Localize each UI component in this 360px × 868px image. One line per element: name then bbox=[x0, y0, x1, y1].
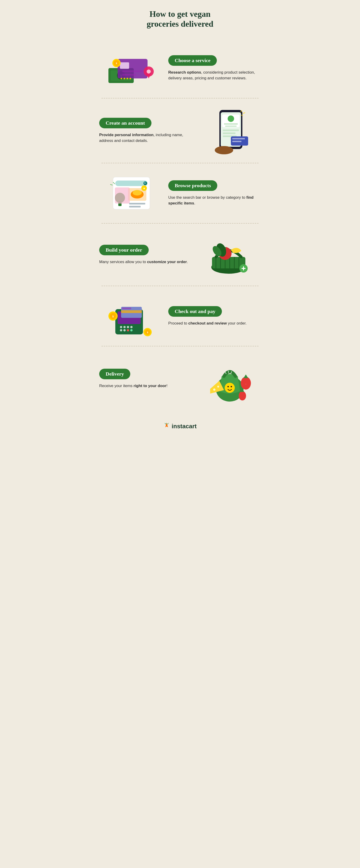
divider-3 bbox=[101, 223, 259, 223]
step-content-build-order: Build your order Many services allow you… bbox=[99, 245, 192, 265]
step-label-browse-products: Browse products bbox=[168, 180, 217, 191]
step-delivery: Delivery Receive your items right to you… bbox=[97, 349, 263, 408]
svg-point-67 bbox=[120, 326, 122, 328]
svg-rect-20 bbox=[225, 126, 237, 127]
svg-rect-6 bbox=[122, 70, 143, 72]
svg-point-24 bbox=[215, 146, 233, 154]
step-desc-choose-service: Research options, considering product se… bbox=[168, 69, 261, 81]
svg-point-37 bbox=[132, 190, 142, 195]
divider-2 bbox=[101, 163, 259, 163]
svg-rect-21 bbox=[223, 129, 239, 131]
svg-text:$: $ bbox=[112, 315, 114, 318]
step-checkout: $ $ Check out and pay Proceed to checkou… bbox=[97, 288, 263, 344]
svg-rect-43 bbox=[129, 203, 145, 205]
svg-text:★★★★: ★★★★ bbox=[120, 77, 132, 80]
svg-marker-99 bbox=[167, 423, 169, 425]
svg-rect-66 bbox=[122, 308, 131, 309]
svg-point-73 bbox=[130, 326, 132, 328]
svg-marker-90 bbox=[243, 374, 248, 378]
step-choose-service: $ ★★★★ $ Choose a service Res bbox=[97, 40, 263, 96]
page-title: How to get vegan groceries delivered bbox=[97, 9, 263, 29]
svg-line-46 bbox=[110, 184, 113, 185]
svg-point-18 bbox=[228, 116, 234, 122]
step-content-delivery: Delivery Receive your items right to you… bbox=[99, 369, 192, 389]
step-desc-checkout: Proceed to checkout and review your orde… bbox=[168, 320, 261, 327]
svg-point-72 bbox=[127, 329, 129, 332]
step-label-checkout: Check out and pay bbox=[168, 306, 222, 317]
footer: instacart bbox=[97, 418, 263, 430]
step-label-build-order: Build your order bbox=[99, 245, 149, 255]
step-desc-browse-products: Use the search bar or browse by category… bbox=[168, 194, 261, 206]
svg-point-11 bbox=[147, 69, 151, 73]
step-desc-create-account: Provide personal information, including … bbox=[99, 132, 192, 144]
step-build-order: Build your order Many services allow you… bbox=[97, 226, 263, 283]
svg-rect-19 bbox=[224, 123, 238, 125]
illustration-build-order bbox=[196, 230, 261, 279]
svg-point-74 bbox=[130, 329, 132, 332]
svg-rect-32 bbox=[115, 181, 148, 186]
brand-logo: instacart bbox=[97, 422, 263, 430]
divider-1 bbox=[101, 98, 259, 98]
step-desc-delivery: Receive your items right to your door! bbox=[99, 383, 192, 389]
svg-rect-26 bbox=[232, 138, 245, 140]
illustration-browse-products: 🔍 ★ bbox=[99, 170, 164, 216]
illustration-checkout: $ $ bbox=[99, 293, 164, 339]
svg-rect-65 bbox=[121, 310, 142, 313]
brand-name: instacart bbox=[172, 423, 197, 430]
illustration-create-account bbox=[196, 105, 261, 156]
svg-point-92 bbox=[239, 391, 246, 400]
illustration-choose-service: $ ★★★★ $ bbox=[99, 45, 164, 91]
svg-rect-5 bbox=[120, 62, 129, 69]
svg-rect-61 bbox=[243, 266, 244, 271]
svg-point-87 bbox=[213, 389, 215, 391]
divider-5 bbox=[101, 346, 259, 346]
svg-rect-27 bbox=[232, 141, 241, 142]
carrot-icon bbox=[163, 422, 170, 430]
svg-text:🔍: 🔍 bbox=[144, 182, 147, 185]
svg-point-70 bbox=[120, 329, 122, 332]
svg-line-29 bbox=[243, 113, 245, 114]
svg-text:$: $ bbox=[116, 62, 117, 65]
step-content-create-account: Create an account Provide personal infor… bbox=[99, 118, 192, 144]
svg-point-83 bbox=[228, 386, 229, 387]
svg-point-84 bbox=[231, 386, 232, 387]
svg-point-71 bbox=[123, 329, 126, 332]
svg-point-88 bbox=[217, 386, 219, 388]
step-label-create-account: Create an account bbox=[99, 118, 151, 128]
step-browse-products: 🔍 ★ Br bbox=[97, 165, 263, 221]
svg-text:$: $ bbox=[147, 331, 148, 334]
svg-rect-22 bbox=[223, 132, 236, 134]
step-content-checkout: Check out and pay Proceed to checkout an… bbox=[168, 306, 261, 327]
svg-rect-7 bbox=[122, 74, 136, 76]
svg-rect-44 bbox=[129, 206, 141, 208]
svg-text:★: ★ bbox=[143, 187, 146, 190]
svg-rect-42 bbox=[115, 187, 130, 204]
step-label-delivery: Delivery bbox=[99, 369, 130, 379]
step-content-choose-service: Choose a service Research options, consi… bbox=[168, 55, 261, 81]
svg-point-69 bbox=[127, 326, 129, 328]
illustration-delivery: · bbox=[196, 353, 261, 404]
divider-4 bbox=[101, 286, 259, 286]
step-content-browse-products: Browse products Use the search bar or br… bbox=[168, 180, 261, 206]
step-label-choose-service: Choose a service bbox=[168, 55, 217, 66]
svg-text:·: · bbox=[246, 382, 246, 386]
step-desc-build-order: Many services allow you to customize you… bbox=[99, 259, 192, 265]
page: How to get vegan groceries delivered $ ★… bbox=[90, 0, 270, 444]
svg-point-68 bbox=[123, 326, 126, 328]
step-create-account: Create an account Provide personal infor… bbox=[97, 101, 263, 160]
svg-point-82 bbox=[224, 383, 235, 393]
